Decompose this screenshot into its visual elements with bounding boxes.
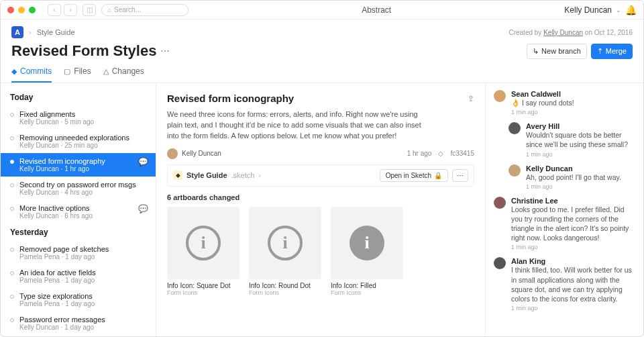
tab-files[interactable]: ▢ Files (64, 66, 91, 83)
comments-panel: Sean Caldwell 👌 I say round dots! 1 min … (485, 83, 643, 336)
commit-title: Type size explorations (19, 292, 149, 300)
tab-changes[interactable]: △ Changes (103, 66, 144, 83)
search-placeholder: Search... (114, 6, 141, 13)
artboard-item[interactable]: i Info Icon: Square Dot Form Icons (167, 207, 239, 296)
page-header: A › Style Guide Created by Kelly Duncan … (1, 19, 643, 83)
commit-row[interactable]: Fixed alignments Kelly Duncan · 5 min ag… (1, 106, 156, 130)
search-input[interactable]: ⌕ Search... (101, 4, 189, 16)
breadcrumb-project[interactable]: Style Guide (37, 28, 75, 36)
timeline-dot (10, 248, 14, 252)
notifications-icon[interactable]: 🔔 (625, 5, 637, 15)
more-icon[interactable]: ⋯ (160, 46, 170, 56)
branch-icon: ↳ (533, 47, 539, 56)
comment: Sean Caldwell 👌 I say round dots! 1 min … (494, 90, 635, 115)
tab-commits[interactable]: ◆ Commits (11, 66, 52, 83)
share-icon[interactable]: ⇪ (468, 94, 474, 103)
changes-icon: △ (103, 67, 109, 76)
commit-title: Revised form iconography (19, 157, 133, 165)
comment-time: 1 min ago (511, 305, 635, 311)
app-logo[interactable]: A (11, 26, 23, 38)
chevron-down-icon: ⌄ (616, 7, 621, 13)
merge-icon: ⇡ (597, 47, 603, 56)
comment-author: Sean Caldwell (511, 90, 635, 98)
commit-detail-title: Revised form iconography (167, 93, 294, 104)
comment-author: Avery Hill (526, 122, 635, 130)
commit-row[interactable]: Password error messages Kelly Duncan · 1… (1, 311, 156, 335)
artboard-item[interactable]: i Info Icon: Filled Form Icons (331, 207, 403, 296)
open-in-sketch-button[interactable]: Open in Sketch 🔒 (380, 169, 448, 182)
timeline-dot (10, 113, 14, 117)
commit-row-selected[interactable]: Revised form iconography Kelly Duncan · … (1, 153, 156, 177)
commit-description: We need three icons for forms: errors, a… (167, 109, 422, 142)
file-row[interactable]: ◆ Style Guide.sketch › Open in Sketch 🔒 … (167, 164, 474, 187)
created-user-link[interactable]: Kelly Duncan (543, 29, 583, 36)
avatar (494, 90, 506, 102)
comment-author: Christine Lee (511, 197, 635, 205)
breadcrumb: A › Style Guide Created by Kelly Duncan … (11, 26, 633, 38)
commit-title: Removed page of sketches (19, 245, 149, 253)
chevron-right-icon: › (29, 28, 32, 36)
tabs: ◆ Commits ▢ Files △ Changes (11, 66, 633, 83)
comment-icon: 💬 (138, 157, 149, 166)
commit-meta: Kelly Duncan · 25 min ago (19, 142, 149, 149)
commit-row[interactable]: Type size explorations Pamela Pena · 1 d… (1, 288, 156, 311)
commit-row[interactable]: An idea for active fields Pamela Pena · … (1, 264, 156, 288)
timeline-dot (10, 183, 14, 187)
commit-title: An idea for active fields (19, 269, 149, 277)
artboard-sub: Form Icons (167, 289, 239, 296)
comment-reply: Avery Hill Wouldn't square dots be bette… (508, 122, 635, 157)
commit-row[interactable]: Removing unneeded explorations Kelly Dun… (1, 130, 156, 153)
comment-text: I think filled, too. Will work better fo… (511, 265, 635, 303)
artboard-sub: Form Icons (249, 289, 321, 296)
sidebar-toggle[interactable]: ◫ (83, 4, 96, 16)
created-by: Created by Kelly Duncan on Oct 12, 2016 (508, 29, 633, 36)
artboard-item[interactable]: i Info Icon: Round Dot Form Icons (249, 207, 321, 296)
commit-detail: Revised form iconography ⇪ We need three… (156, 83, 485, 336)
avatar (494, 257, 506, 269)
timeline-dot (10, 318, 14, 322)
changed-label: 6 artboards changed (167, 193, 474, 201)
commit-meta: Kelly Duncan · 4 hrs ago (19, 189, 149, 196)
comment: Christine Lee Looks good to me. I prefer… (494, 197, 635, 251)
author-name: Kelly Duncan (182, 150, 221, 157)
search-icon: ⌕ (107, 6, 111, 13)
group-yesterday: Yesterday (1, 224, 156, 241)
merge-button[interactable]: ⇡ Merge (591, 44, 633, 59)
forward-button[interactable]: › (64, 4, 77, 16)
commit-row[interactable]: More Inactive options Kelly Duncan · 6 h… (1, 200, 156, 224)
timeline-dot (10, 160, 14, 164)
minimize-window[interactable] (18, 7, 25, 13)
commit-title: More Inactive options (19, 204, 133, 212)
user-menu[interactable]: Kelly Duncan (564, 5, 612, 15)
window-controls (7, 7, 36, 13)
close-window[interactable] (7, 7, 14, 13)
artboard-title: Info Icon: Round Dot (249, 282, 321, 289)
commit-title: Removing unneeded explorations (19, 134, 149, 142)
comment-reply: Kelly Duncan Ah, good point! I'll go tha… (508, 164, 635, 190)
sketch-file-icon: ◆ (173, 171, 182, 180)
commit-meta: Pamela Pena · 1 day ago (19, 253, 149, 260)
artboard-title: Info Icon: Filled (331, 282, 403, 289)
comment-time: 1 min ago (526, 183, 635, 190)
timeline-dot (10, 136, 14, 140)
comment-text: 👌 I say round dots! (511, 98, 635, 107)
new-branch-button[interactable]: ↳ New branch (527, 44, 587, 59)
comment-text: Ah, good point! I'll go that way. (526, 173, 635, 182)
commit-row[interactable]: Removed page of sketches Pamela Pena · 1… (1, 241, 156, 264)
commits-sidebar: Today Fixed alignments Kelly Duncan · 5 … (1, 83, 156, 336)
commits-icon: ◆ (11, 67, 17, 76)
info-icon: i (186, 226, 221, 260)
lock-icon: 🔒 (434, 172, 442, 179)
commit-meta: Kelly Duncan · 1 hr ago (19, 165, 133, 173)
commit-hash: fc33415 (450, 150, 474, 157)
avatar (508, 122, 521, 134)
avatar (508, 164, 521, 177)
artboard-title: Info Icon: Square Dot (167, 282, 239, 289)
back-button[interactable]: ‹ (48, 4, 61, 16)
more-button[interactable]: ⋯ (452, 169, 468, 182)
commit-time: 1 hr ago (407, 150, 432, 157)
timeline-dot (10, 295, 14, 299)
info-icon: i (350, 226, 384, 260)
commit-row[interactable]: Second try on password error msgs Kelly … (1, 177, 156, 200)
maximize-window[interactable] (29, 7, 36, 13)
